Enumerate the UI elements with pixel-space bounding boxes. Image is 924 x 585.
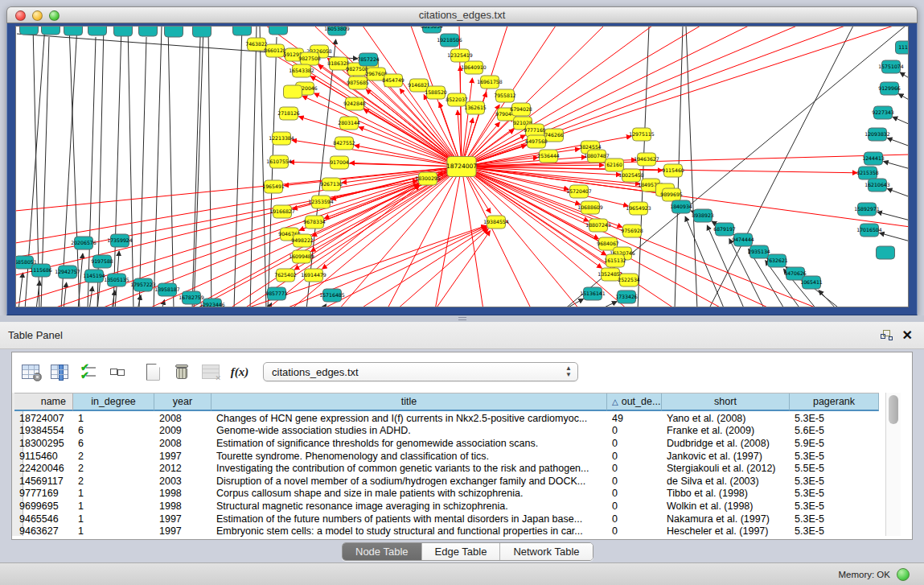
- cell-in_degree: 1: [73, 513, 154, 525]
- network-node[interactable]: [269, 27, 288, 35]
- node-label: 9498222: [291, 237, 314, 243]
- new-table-icon[interactable]: [142, 361, 163, 382]
- node-label: 13958187: [154, 286, 180, 292]
- show-columns-icon[interactable]: [49, 361, 70, 382]
- node-label: 9129966: [878, 85, 901, 91]
- minimize-window-button[interactable]: [32, 10, 43, 21]
- network-window-titlebar[interactable]: citations_edges.txt: [6, 6, 918, 23]
- close-window-button[interactable]: [15, 10, 26, 21]
- node-label: 7955812: [494, 93, 516, 98]
- vertical-scrollbar[interactable]: [885, 393, 901, 536]
- network-node[interactable]: [233, 27, 252, 35]
- memory-status-label: Memory: OK: [838, 570, 890, 579]
- node-label: 18300295: [415, 175, 441, 181]
- table-selector-dropdown[interactable]: citations_edges.txt ▲▼: [263, 362, 578, 381]
- table-row[interactable]: 946554611997Estimation of the future num…: [14, 513, 879, 525]
- node-label: 19218506: [437, 37, 462, 43]
- tab-edge-table[interactable]: Edge Table: [422, 543, 501, 560]
- network-node[interactable]: [42, 27, 60, 35]
- table-row[interactable]: 911546021997Tourette syndrome. Phenomeno…: [14, 450, 879, 463]
- cell-title: Embryonic stem cells: a model to study s…: [211, 525, 607, 537]
- table-row[interactable]: 2242004622012Investigating the contribut…: [14, 462, 879, 475]
- scrollbar-thumb[interactable]: [889, 395, 898, 424]
- node-label: 19654923: [626, 205, 651, 211]
- table-row[interactable]: 1830029562008Estimation of significance …: [14, 437, 879, 450]
- zoom-window-button[interactable]: [49, 10, 60, 21]
- cell-in_degree: 2: [73, 463, 154, 474]
- cell-short: Franke et al. (2009): [662, 425, 790, 436]
- node-label: 8186328: [327, 60, 350, 66]
- cell-in_degree: 2: [73, 476, 154, 487]
- network-node[interactable]: [114, 27, 133, 36]
- cell-pagerank: 5.3E-5: [790, 451, 879, 462]
- node-label: 2935134: [748, 249, 770, 254]
- network-node[interactable]: [64, 27, 83, 35]
- table-panel-title: Table Panel: [0, 329, 63, 341]
- network-node[interactable]: [284, 85, 302, 98]
- column-header-in_degree[interactable]: in_degree: [73, 393, 154, 411]
- table-row[interactable]: 1872400712008Changes of HCN gene express…: [14, 412, 879, 425]
- trash-icon[interactable]: [171, 361, 192, 382]
- tab-node-table[interactable]: Node Table: [343, 543, 422, 560]
- network-node[interactable]: [88, 27, 107, 35]
- column-header-short[interactable]: short: [662, 393, 790, 411]
- table-settings-icon[interactable]: [20, 361, 41, 382]
- node-label: 10025458: [618, 172, 644, 178]
- cell-name: 18300295: [14, 438, 73, 449]
- node-label: 8215358: [856, 170, 879, 175]
- cell-in_degree: 2: [73, 451, 154, 462]
- cell-name: 9465546: [14, 513, 73, 525]
- node-label: 15716485: [319, 292, 345, 298]
- network-node[interactable]: [165, 27, 183, 37]
- column-header-title[interactable]: title: [211, 393, 607, 411]
- node-label: 13505135: [104, 277, 129, 282]
- column-header-year[interactable]: year: [154, 393, 211, 411]
- network-node[interactable]: [20, 27, 39, 35]
- cell-out_degree: 0: [607, 525, 662, 537]
- function-builder-icon[interactable]: f(x): [229, 361, 250, 382]
- table-row[interactable]: 977716911998Corpus callosum shape and si…: [14, 488, 879, 501]
- table-type-tabs: Node TableEdge TableNetwork Table: [342, 542, 593, 561]
- column-header-pagerank[interactable]: pagerank: [790, 393, 879, 411]
- status-bar: Memory: OK: [0, 562, 924, 585]
- float-panel-icon[interactable]: [881, 330, 893, 341]
- column-header-name[interactable]: name: [14, 393, 73, 411]
- close-panel-icon[interactable]: ✕: [902, 330, 913, 341]
- node-label: 12353594: [308, 199, 334, 204]
- node-label: 1362615: [464, 105, 487, 110]
- network-node[interactable]: [193, 27, 211, 37]
- panel-splitter[interactable]: [0, 315, 924, 322]
- cell-title: Tourette syndrome. Phenomenology and cla…: [211, 451, 607, 462]
- node-label: 9857771: [265, 290, 288, 296]
- cell-in_degree: 1: [73, 413, 154, 424]
- table-row[interactable]: 1456911722003Disruption of a novel membe…: [14, 475, 879, 488]
- node-label: 1965491: [262, 183, 285, 189]
- cell-out_degree: 0: [607, 451, 662, 462]
- node-label: 15751074: [878, 64, 904, 69]
- table-panel-header: Table Panel ✕: [0, 322, 924, 349]
- memory-status-icon[interactable]: [897, 568, 910, 581]
- network-canvas[interactable]: 7463822866012859129542322605898275088186…: [15, 26, 909, 307]
- cell-in_degree: 6: [73, 425, 154, 436]
- cell-short: Stergiakouli et al. (2012): [662, 463, 790, 474]
- network-node[interactable]: [877, 246, 895, 259]
- tab-network-table[interactable]: Network Table: [500, 543, 592, 560]
- cell-year: 1998: [154, 488, 211, 499]
- table-row[interactable]: 946362711997Embryonic stem cells: a mode…: [14, 525, 879, 538]
- cell-year: 2003: [154, 476, 211, 487]
- select-all-check-icon[interactable]: ✔✔: [78, 361, 99, 382]
- network-graph[interactable]: 7463822866012859129542322605898275088186…: [16, 27, 909, 307]
- table-row[interactable]: 1938455462009Genome-wide association stu…: [14, 425, 879, 438]
- table-row[interactable]: 969969511998Structural magnetic resonanc…: [14, 500, 879, 513]
- node-label: 19166827: [269, 208, 295, 214]
- network-node[interactable]: [139, 27, 158, 36]
- row-stack-icon[interactable]: [107, 361, 128, 382]
- node-label: 746266: [544, 132, 564, 138]
- cell-name: 9777169: [14, 488, 73, 499]
- cell-title: Changes of HCN gene expression and I(f) …: [211, 413, 607, 424]
- node-label: 8938923: [692, 212, 714, 218]
- column-header-out_degree[interactable]: △out_de...: [607, 393, 662, 411]
- cell-year: 1997: [154, 525, 211, 537]
- gear-icon: [33, 373, 42, 381]
- node-label: 9678334: [303, 219, 326, 225]
